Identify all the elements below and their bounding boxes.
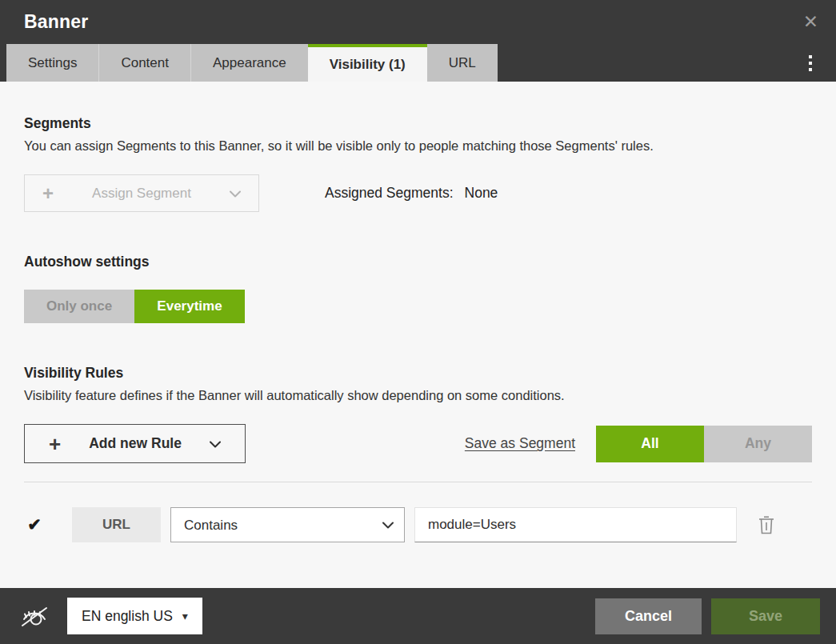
checkmark-icon[interactable]: ✔ (24, 515, 45, 534)
eye-slash-icon[interactable] (19, 603, 50, 629)
visibility-rules-heading: Visibility Rules (24, 365, 812, 382)
tab-visibility[interactable]: Visibility (1) (308, 44, 427, 82)
trash-icon[interactable] (758, 516, 774, 534)
rule-value-input[interactable] (414, 507, 737, 542)
plus-icon: + (42, 184, 54, 203)
close-icon[interactable]: ✕ (800, 10, 822, 34)
modal-header: Banner ✕ (0, 0, 836, 44)
assigned-segments-value: None (465, 185, 498, 202)
rule-row: ✔ URL Contains (24, 507, 812, 542)
segments-heading: Segments (24, 115, 812, 132)
rules-toolbar: + Add new Rule Save as Segment All Any (24, 424, 812, 463)
add-new-rule-label: Add new Rule (61, 435, 210, 452)
add-new-rule-button[interactable]: + Add new Rule (24, 424, 246, 463)
assign-segment-label: Assign Segment (54, 186, 230, 202)
modal-footer: EN english US ▾ Cancel Save (0, 588, 836, 644)
visibility-rules-description: Visibility feature defines if the Banner… (24, 388, 812, 403)
assign-segment-button[interactable]: + Assign Segment (24, 174, 259, 212)
tab-url[interactable]: URL (427, 44, 498, 82)
segments-description: You can assign Segments to this Banner, … (24, 138, 812, 154)
caret-down-icon: ▾ (182, 610, 188, 622)
autoshow-heading: Autoshow settings (24, 254, 812, 270)
assigned-segments: Assigned Segments: None (325, 185, 498, 202)
rules-divider (24, 482, 812, 482)
banner-modal: Banner ✕ Settings Content Appearance Vis… (0, 0, 836, 644)
plus-icon: + (49, 434, 61, 454)
language-label: EN english US (82, 608, 173, 625)
rule-operator-select[interactable]: Contains (170, 507, 405, 542)
assigned-segments-label: Assigned Segments: (325, 185, 454, 202)
save-button[interactable]: Save (711, 598, 820, 634)
rule-operator-wrap: Contains (170, 507, 405, 542)
language-selector-button[interactable]: EN english US ▾ (67, 598, 202, 634)
match-mode-toggle: All Any (596, 426, 812, 462)
segments-row: + Assign Segment Assigned Segments: None (24, 174, 812, 212)
autoshow-toggle: Only once Everytime (24, 290, 812, 323)
tab-content[interactable]: Content (98, 44, 190, 82)
visibility-tab-panel: Segments You can assign Segments to this… (0, 82, 836, 588)
save-as-segment-link[interactable]: Save as Segment (465, 435, 575, 452)
rule-field-chip: URL (72, 507, 161, 542)
kebab-menu-icon[interactable] (806, 52, 815, 74)
tab-settings[interactable]: Settings (6, 44, 98, 82)
tab-appearance[interactable]: Appearance (190, 44, 308, 82)
tab-bar: Settings Content Appearance Visibility (… (0, 44, 836, 82)
modal-title: Banner (24, 11, 88, 33)
footer-actions: Cancel Save (595, 598, 820, 634)
match-all-button[interactable]: All (596, 426, 704, 462)
cancel-button[interactable]: Cancel (595, 598, 702, 634)
autoshow-only-once-button[interactable]: Only once (24, 290, 134, 323)
autoshow-everytime-button[interactable]: Everytime (134, 290, 245, 323)
match-any-button[interactable]: Any (704, 426, 812, 462)
chevron-down-icon (230, 186, 241, 202)
chevron-down-icon (210, 435, 221, 452)
